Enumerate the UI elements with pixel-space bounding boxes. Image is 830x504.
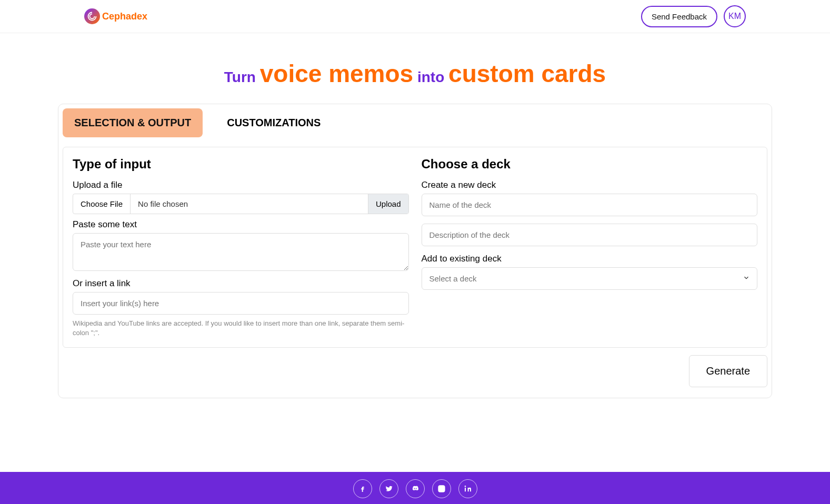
file-status: No file chosen [131, 194, 368, 214]
tab-customizations[interactable]: CUSTOMIZATIONS [215, 108, 332, 137]
main-card: SELECTION & OUTPUT CUSTOMIZATIONS Type o… [58, 104, 772, 398]
choose-deck-title: Choose a deck [422, 157, 758, 172]
existing-deck-select[interactable] [422, 267, 758, 290]
paste-text-label: Paste some text [73, 219, 409, 230]
chevron-down-icon [743, 274, 750, 284]
send-feedback-button[interactable]: Send Feedback [641, 6, 717, 27]
upload-file-label: Upload a file [73, 180, 409, 190]
upload-button[interactable]: Upload [368, 194, 408, 214]
svg-point-2 [443, 487, 444, 487]
facebook-icon[interactable] [353, 479, 372, 498]
logo-swirl-icon [84, 8, 100, 24]
file-input-row: Choose File No file chosen Upload [73, 194, 409, 214]
link-input[interactable] [73, 292, 409, 315]
paste-textarea[interactable] [73, 233, 409, 271]
deck-name-input[interactable] [422, 194, 758, 216]
svg-point-1 [440, 488, 443, 490]
choose-deck-section: Choose a deck Create a new deck Add to e… [422, 157, 758, 338]
linkedin-icon[interactable] [458, 479, 477, 498]
hero-headline: Turn voice memos into custom cards [0, 59, 830, 88]
footer: Email us: support@cephadex.com Legal inf… [0, 472, 830, 504]
input-type-section: Type of input Upload a file Choose File … [73, 157, 409, 338]
twitter-icon[interactable] [379, 479, 398, 498]
existing-deck-label: Add to existing deck [422, 254, 758, 264]
deck-description-input[interactable] [422, 224, 758, 246]
instagram-icon[interactable] [432, 479, 451, 498]
tab-selection-output[interactable]: SELECTION & OUTPUT [63, 108, 203, 137]
link-label: Or insert a link [73, 278, 409, 289]
discord-icon[interactable] [406, 479, 425, 498]
brand-name: Cephadex [102, 11, 147, 22]
header: Cephadex Send Feedback KM [0, 0, 830, 33]
generate-button[interactable]: Generate [689, 355, 767, 387]
create-deck-label: Create a new deck [422, 180, 758, 190]
choose-file-button[interactable]: Choose File [73, 194, 131, 214]
avatar[interactable]: KM [724, 5, 746, 27]
input-type-title: Type of input [73, 157, 409, 172]
link-hint: Wikipedia and YouTube links are accepted… [73, 319, 409, 338]
brand-logo[interactable]: Cephadex [84, 8, 147, 24]
